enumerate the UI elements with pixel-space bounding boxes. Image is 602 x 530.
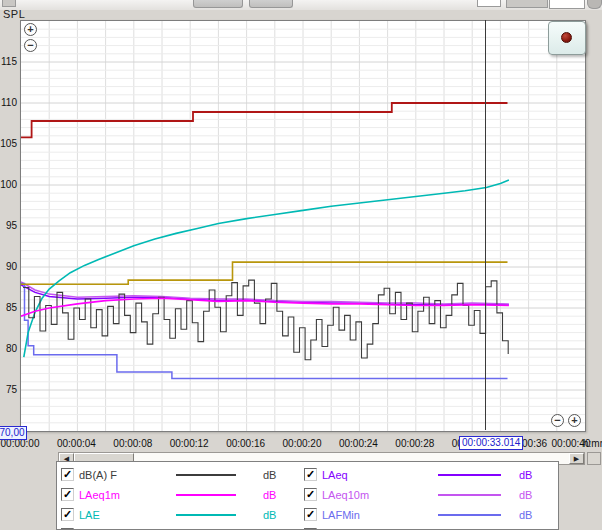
y-axis-min-field[interactable]: 70,00 [0,426,27,440]
cursor-time-readout[interactable]: 00:00:33.014 [459,436,523,450]
series-label: LAeq [322,469,348,481]
series-lafmax [21,262,508,284]
series-color-swatch [438,474,501,476]
y-tick-label: 100 [0,179,17,190]
series-unit: dB [519,489,532,501]
series-checkbox[interactable]: ✓ [304,468,317,481]
y-tick-label: 75 [0,384,17,395]
y-tick-label: 80 [0,343,17,354]
y-axis-title: SPL [3,8,25,20]
x-tick-label: 00:00:16 [216,438,276,449]
x-tick-label: 00:00:08 [103,438,163,449]
top-partial-button-1[interactable] [193,0,243,8]
zoom-out-button-bottom[interactable]: − [551,414,564,427]
scroll-right-button[interactable]: ▶ [569,453,584,464]
x-tick-label: 00:00:12 [159,438,219,449]
top-right-spinner[interactable] [477,0,501,7]
y-tick-label: 90 [0,261,17,272]
series-label: LAFMin [322,509,360,521]
y-tick-label: 85 [0,302,17,313]
y-tick-label: 115 [0,56,17,67]
x-axis-unit: h:mm [583,438,602,449]
x-tick-label: 00:00:04 [46,438,106,449]
x-tick-label: 00:00:28 [385,438,445,449]
series-lzpeak [21,103,508,137]
y-tick-label: 95 [0,220,17,231]
gear-icon[interactable] [587,0,602,9]
legend-row-lzpeak: ✓LZpeakdB [57,525,558,530]
top-partial-button-2[interactable] [249,0,293,8]
y-tick-label: 105 [0,138,17,149]
record-icon [561,32,572,43]
x-tick-label: 00:00:20 [272,438,332,449]
series-checkbox[interactable]: ✓ [304,488,317,501]
series-unit: dB [519,469,532,481]
y-tick-label: 110 [0,97,17,108]
scrollbar-corner [587,452,601,465]
zoom-in-button-bottom[interactable]: + [568,414,581,427]
legend-row-laeq: ✓LAeqdB [57,465,558,485]
x-tick-label: 00:00:24 [328,438,388,449]
zoom-in-button-top[interactable]: + [24,23,37,36]
spl-chart-plot-area[interactable] [20,20,586,432]
series-lafmin [21,283,508,378]
chart-canvas [21,21,585,431]
top-left-partial-icon [2,0,16,7]
legend-row-lafmin: ✓LAFMindB [57,505,558,525]
series-color-swatch [438,514,501,516]
chart-cursor-line[interactable] [485,20,486,430]
top-right-slider[interactable] [506,0,548,8]
top-right-dropdown[interactable] [549,0,585,9]
series-legend-panel: ✓dB(A) FdB✓LAeq1mdB✓LAEdB✓LAFMaxdB✓LAeqd… [56,461,559,530]
series-color-swatch [438,494,501,496]
series-label: LAeq10m [322,489,369,501]
series-checkbox[interactable]: ✓ [304,508,317,521]
record-button[interactable] [548,21,586,55]
legend-row-laeq10m: ✓LAeq10mdB [57,485,558,505]
series-unit: dB [519,509,532,521]
zoom-out-button-top[interactable]: − [24,39,37,52]
series-lae [24,180,509,357]
